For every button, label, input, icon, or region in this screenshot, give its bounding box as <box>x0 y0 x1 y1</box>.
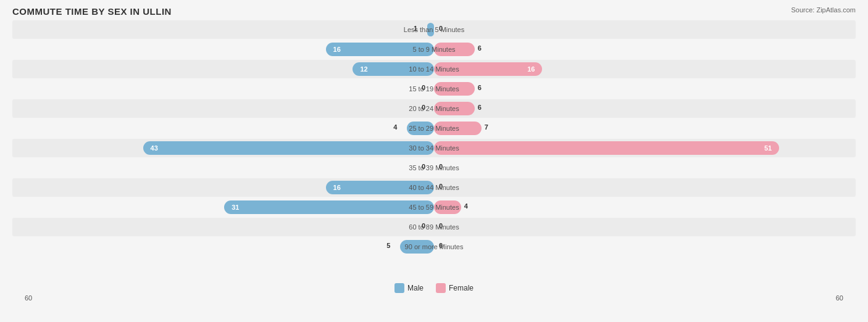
female-bar-value: 0 <box>439 222 443 229</box>
female-bar <box>434 122 482 135</box>
axis-label-left: 60 <box>25 294 32 302</box>
chart-row: 0035 to 39 Minutes <box>12 159 856 177</box>
chart-row: 0060 to 89 Minutes <box>12 218 856 236</box>
chart-row: 16040 to 44 Minutes <box>12 178 856 197</box>
female-bar <box>434 82 475 96</box>
male-label: Male <box>407 284 424 292</box>
female-bar-value: 6 <box>478 104 482 111</box>
chart-row: 0615 to 19 Minutes <box>12 80 856 98</box>
male-bar-value: 0 <box>422 222 425 229</box>
chart-row: 10Less than 5 Minutes <box>12 20 856 39</box>
male-bar: 31 <box>224 200 434 214</box>
chart-container: COMMUTE TIME BY SEX IN ULLIN Source: Zip… <box>0 0 868 322</box>
male-color-box <box>394 283 404 293</box>
chart-row: 4725 to 29 Minutes <box>12 119 856 138</box>
chart-row: 121610 to 14 Minutes <box>12 60 856 78</box>
female-color-box <box>436 283 446 293</box>
male-bar: 16 <box>326 181 434 194</box>
row-label: Less than 5 Minutes <box>404 26 464 33</box>
female-bar-value: 16 <box>524 65 538 73</box>
male-bar: 43 <box>143 141 434 155</box>
chart-row: 0620 to 24 Minutes <box>12 99 856 118</box>
female-bar-value: 0 <box>439 163 443 170</box>
male-bar <box>400 240 434 254</box>
female-bar: 16 <box>434 62 542 76</box>
female-bar-value: 6 <box>478 44 482 52</box>
male-bar-value: 0 <box>422 84 425 91</box>
male-bar <box>427 23 434 36</box>
chart-title: COMMUTE TIME BY SEX IN ULLIN <box>12 6 856 17</box>
female-bar-value: 51 <box>761 144 775 152</box>
male-bar-value: 0 <box>422 104 425 111</box>
female-bar: 51 <box>434 141 779 155</box>
female-bar <box>434 200 461 214</box>
axis-label-right: 60 <box>836 294 843 302</box>
female-bar-value: 0 <box>439 183 443 190</box>
female-bar-value: 0 <box>439 242 443 249</box>
male-bar-value: 4 <box>393 123 397 131</box>
chart-row: 1665 to 9 Minutes <box>12 40 856 59</box>
chart-row: 435130 to 34 Minutes <box>12 139 856 157</box>
chart-row: 31445 to 59 Minutes <box>12 198 856 217</box>
legend-male: Male <box>394 283 424 293</box>
male-bar: 16 <box>326 43 434 56</box>
row-label: 35 to 39 Minutes <box>409 164 459 171</box>
male-bar-value: 12 <box>356 65 371 73</box>
male-bar-value: 0 <box>422 163 425 170</box>
male-bar <box>407 122 434 135</box>
male-bar-value: 16 <box>330 46 344 53</box>
chart-row: 5090 or more Minutes <box>12 237 856 256</box>
male-bar-value: 1 <box>414 25 417 32</box>
female-label: Female <box>449 284 474 292</box>
female-bar-value: 0 <box>439 25 443 32</box>
row-label: 60 to 89 Minutes <box>409 223 459 231</box>
female-bar-value: 6 <box>478 84 482 91</box>
male-bar-value: 31 <box>228 204 243 211</box>
legend-female: Female <box>436 283 474 293</box>
legend: Male Female <box>12 283 856 293</box>
female-bar <box>434 43 475 56</box>
female-bar <box>434 102 475 115</box>
chart-area: 10Less than 5 Minutes1665 to 9 Minutes12… <box>12 20 856 279</box>
male-bar: 12 <box>353 62 434 76</box>
male-bar-value: 5 <box>386 242 390 249</box>
source-text: Source: ZipAtlas.com <box>791 6 856 14</box>
male-bar-value: 43 <box>147 144 162 152</box>
female-bar-value: 4 <box>464 202 468 210</box>
male-bar-value: 16 <box>330 184 344 191</box>
female-bar-value: 7 <box>485 123 488 131</box>
